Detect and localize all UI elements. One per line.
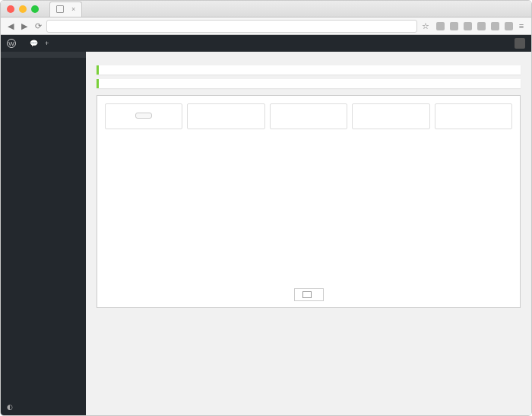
metric-total-plugins [187, 103, 264, 129]
email-icon [302, 291, 312, 298]
extension-icon[interactable] [464, 22, 472, 30]
back-button[interactable]: ◀ [5, 21, 16, 31]
collapse-menu-button[interactable]: ◐ [1, 399, 86, 415]
admin-sidebar: ◐ [1, 52, 86, 415]
main-content [86, 52, 531, 415]
window-titlebar: × [1, 1, 531, 17]
wp-admin-bar: W 💬 + [1, 35, 531, 52]
avatar[interactable] [515, 38, 525, 49]
close-icon[interactable] [7, 5, 14, 13]
chart-legend [331, 140, 445, 280]
metric-load-time [270, 103, 347, 129]
start-scan-button[interactable] [135, 113, 152, 119]
browser-tab[interactable]: × [49, 2, 82, 17]
reload-button[interactable]: ⟳ [33, 21, 43, 31]
maximize-icon[interactable] [31, 5, 39, 13]
extension-icon[interactable] [436, 22, 445, 30]
notice-scanning-off [97, 65, 521, 75]
menu-icon[interactable]: ≡ [516, 21, 527, 30]
address-bar[interactable] [46, 20, 417, 33]
extension-icon[interactable] [450, 22, 458, 30]
pie-chart [179, 140, 316, 277]
extension-icon[interactable] [505, 22, 513, 30]
collapse-icon: ◐ [7, 403, 13, 411]
metric-mysql-queries [435, 103, 512, 129]
browser-toolbar: ◀ ▶ ⟳ ☆ ≡ [1, 17, 531, 35]
wp-logo-icon[interactable]: W [7, 39, 16, 48]
profiler-panel [97, 95, 521, 308]
forward-button[interactable]: ▶ [19, 21, 30, 31]
metric-plugin-impact [352, 103, 429, 129]
notice-start-scan [97, 79, 521, 88]
bookmark-icon[interactable]: ☆ [420, 21, 431, 31]
minimize-icon[interactable] [19, 5, 27, 13]
comments-icon[interactable]: 💬 [30, 40, 38, 47]
page-icon [56, 5, 64, 13]
email-results-link[interactable] [294, 288, 324, 301]
close-tab-icon[interactable]: × [71, 5, 75, 13]
extension-icon[interactable] [477, 22, 486, 30]
new-button[interactable]: + [45, 40, 49, 47]
metric-scan [105, 103, 182, 129]
extension-icon[interactable] [491, 22, 499, 30]
